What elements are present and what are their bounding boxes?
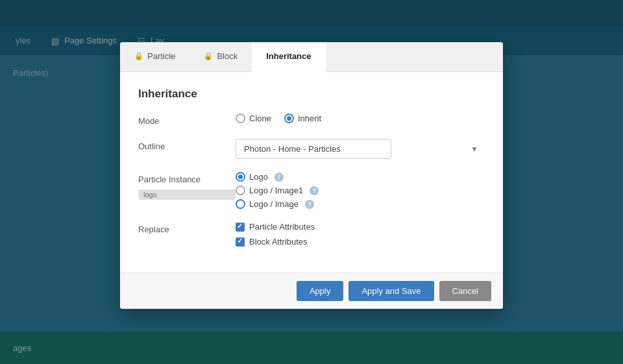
instance-logo-image1-text: Logo / Image1 <box>249 186 303 195</box>
instance-logo-text: Logo <box>249 172 268 182</box>
instance-logo-image-label[interactable]: Logo / Image ? <box>236 199 485 209</box>
outline-select-wrapper: Photon - Home - Particles ▼ <box>236 139 485 159</box>
mode-controls: Clone Inherit <box>236 114 485 123</box>
replace-block-attrs-checkbox[interactable] <box>236 237 245 247</box>
inherit-radio-label[interactable]: Inherit <box>284 114 321 123</box>
replace-particle-attrs-text: Particle Attributes <box>249 222 315 232</box>
tab-particle[interactable]: 🔒 Particle <box>120 42 189 72</box>
instance-logo-image-radio[interactable] <box>236 199 245 209</box>
tab-bar: 🔒 Particle 🔒 Block Inheritance <box>120 42 503 72</box>
tab-particle-label: Particle <box>147 51 175 61</box>
inherit-radio-text: Inherit <box>298 114 321 123</box>
replace-particle-attrs-checkbox[interactable] <box>236 223 245 232</box>
outline-row: Outline Photon - Home - Particles ▼ <box>138 139 485 159</box>
help-icon-logo: ? <box>275 173 284 182</box>
particle-instance-row: Particle Instance logo Logo ? Logo / Ima… <box>138 172 485 209</box>
outline-controls: Photon - Home - Particles ▼ <box>236 139 485 159</box>
mode-label: Mode <box>138 114 236 126</box>
tab-block-label: Block <box>217 51 238 61</box>
help-icon-logo-image: ? <box>305 200 314 209</box>
instance-logo-image1-label[interactable]: Logo / Image1 ? <box>236 186 485 195</box>
replace-particle-attrs-label[interactable]: Particle Attributes <box>236 222 485 232</box>
instance-logo-image-text: Logo / Image <box>249 199 299 209</box>
replace-row: Replace Particle Attributes Block Attrib… <box>138 222 485 247</box>
lock-icon-block: 🔒 <box>204 52 213 60</box>
clone-radio-text: Clone <box>249 114 271 123</box>
instance-logo-radio[interactable] <box>236 172 245 182</box>
modal-body: Inheritance Mode Clone Inherit <box>120 72 503 273</box>
apply-save-button[interactable]: Apply and Save <box>348 281 434 301</box>
tab-inheritance[interactable]: Inheritance <box>252 42 325 72</box>
tab-inheritance-label: Inheritance <box>266 51 311 61</box>
modal-dialog: 🔒 Particle 🔒 Block Inheritance Inheritan… <box>120 42 503 309</box>
instance-logo-image1-radio[interactable] <box>236 186 245 195</box>
apply-button[interactable]: Apply <box>297 281 344 301</box>
replace-block-attrs-text: Block Attributes <box>249 237 308 247</box>
modal-overlay: 🔒 Particle 🔒 Block Inheritance Inheritan… <box>0 0 623 364</box>
tab-block[interactable]: 🔒 Block <box>189 42 252 72</box>
particle-instance-controls: Logo ? Logo / Image1 ? Logo / Image ? <box>236 172 485 209</box>
help-icon-logo-image1: ? <box>310 186 319 195</box>
replace-controls: Particle Attributes Block Attributes <box>236 222 485 247</box>
particle-instance-left: Particle Instance logo <box>138 172 236 200</box>
mode-radio-group: Clone Inherit <box>236 114 485 123</box>
cancel-button[interactable]: Cancel <box>439 281 491 301</box>
outline-label: Outline <box>138 139 236 151</box>
lock-icon-particle: 🔒 <box>134 52 143 60</box>
particle-instance-label: Particle Instance <box>138 172 236 184</box>
instance-logo-label[interactable]: Logo ? <box>236 172 485 182</box>
chevron-down-icon: ▼ <box>470 145 478 154</box>
replace-block-attrs-label[interactable]: Block Attributes <box>236 237 485 247</box>
particle-badge: logo <box>138 189 236 200</box>
inherit-radio[interactable] <box>284 114 294 123</box>
outline-select[interactable]: Photon - Home - Particles <box>236 139 391 159</box>
clone-radio[interactable] <box>236 114 245 123</box>
modal-footer: Apply Apply and Save Cancel <box>120 273 503 309</box>
replace-label: Replace <box>138 222 236 234</box>
clone-radio-label[interactable]: Clone <box>236 114 271 123</box>
mode-row: Mode Clone Inherit <box>138 114 485 126</box>
section-title: Inheritance <box>138 88 485 101</box>
